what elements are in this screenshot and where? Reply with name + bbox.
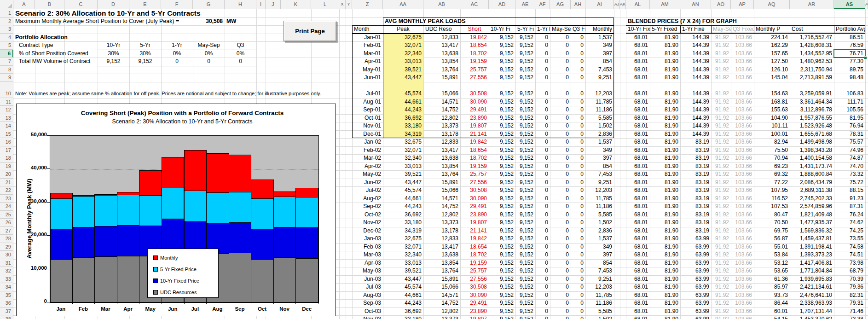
blended-table-cell[interactable]: 83.19 [680, 138, 711, 146]
peak-table-cell[interactable]: 0 [535, 211, 550, 219]
blended-table-cell[interactable]: 81.90 [650, 122, 680, 130]
peak-table-cell[interactable]: 0 [571, 283, 585, 291]
peak-table-cell[interactable]: Nov-01 [352, 122, 383, 130]
pct-covered[interactable]: 30% [98, 50, 129, 58]
blended-table-cell[interactable]: 81.90 [650, 227, 680, 235]
peak-table-cell[interactable]: 44,243 [383, 106, 423, 114]
peak-table-cell[interactable]: 0 [550, 90, 571, 98]
peak-table-cell[interactable]: 9,152 [515, 114, 535, 122]
peak-table-cell[interactable]: 5,585 [585, 307, 614, 316]
peak-table-cell[interactable]: 0 [550, 34, 571, 42]
peak-table-cell[interactable]: 9,152 [515, 66, 535, 74]
blended-table-cell[interactable]: 68.01 [626, 34, 650, 42]
peak-table-cell[interactable]: 14,571 [423, 195, 460, 203]
peak-table-cell[interactable]: 13,764 [423, 267, 460, 275]
blended-table-cell[interactable]: 3,112,896.78 [790, 106, 834, 114]
blended-table-cell[interactable]: 83.19 [680, 211, 711, 219]
peak-table-cell[interactable]: 0 [571, 90, 585, 98]
peak-table-cell[interactable]: May-03 [352, 267, 383, 275]
blended-table-cell[interactable]: 1,398,343.28 [790, 146, 834, 155]
peak-table-cell[interactable]: 9,152 [489, 235, 515, 243]
row-header-7[interactable]: 7 [0, 58, 13, 66]
peak-table-cell[interactable]: 2,836 [585, 227, 614, 235]
pct-covered[interactable]: 0% [225, 50, 256, 58]
blended-table-cell[interactable]: 56.87 [754, 235, 790, 243]
peak-table-cell[interactable]: Feb-01 [352, 41, 383, 50]
peak-table-cell[interactable]: 9,152 [515, 211, 535, 219]
blended-table-cell[interactable]: 1,393,373.23 [790, 251, 834, 259]
peak-table-cell[interactable]: 0 [535, 122, 550, 130]
peak-table-cell[interactable]: 9,251 [585, 179, 614, 187]
blended-table-cell[interactable]: 91.92 [711, 114, 731, 122]
column-header-AR[interactable]: AR [790, 0, 834, 9]
blended-table-cell[interactable]: 155.63 [754, 106, 790, 114]
blended-table-cell[interactable]: 68.01 [626, 203, 650, 211]
peak-table-cell[interactable]: 0 [535, 114, 550, 122]
blended-table-cell[interactable]: 103.66 [731, 66, 754, 74]
peak-table-cell[interactable]: 1,537 [585, 138, 614, 146]
blended-table-cell[interactable]: 81.90 [650, 114, 680, 122]
blended-table-cell[interactable]: 91.92 [711, 154, 731, 162]
peak-table-cell[interactable]: 0 [535, 291, 550, 300]
blended-table-cell[interactable]: 103.66 [731, 299, 754, 307]
peak-table-cell[interactable]: 19,159 [460, 58, 489, 66]
blended-table-cell[interactable]: 103.66 [731, 41, 754, 50]
blended-table-cell[interactable]: 103.66 [731, 235, 754, 243]
blended-table-cell[interactable]: 3,361,464.34 [790, 98, 834, 106]
blended-table-cell[interactable]: 63.99 [680, 299, 711, 307]
peak-table-cell[interactable]: 0 [535, 162, 550, 171]
peak-table-cell[interactable]: 0 [550, 186, 571, 195]
blended-table-cell[interactable]: 91.92 [711, 307, 731, 316]
blended-table-cell[interactable]: 81.90 [650, 130, 680, 139]
peak-table-cell[interactable]: 19,159 [460, 259, 489, 267]
peak-table-cell[interactable]: 349 [585, 41, 614, 50]
peak-table-cell[interactable]: 9,152 [515, 34, 535, 42]
peak-table-cell[interactable]: 9,152 [515, 307, 535, 316]
blended-table-cell[interactable]: 91.92 [711, 179, 731, 187]
peak-table-cell[interactable]: 32,340 [383, 251, 423, 259]
blended-table-cell[interactable]: 91.92 [711, 267, 731, 275]
blended-table-cell[interactable]: 1,459,437.81 [790, 235, 834, 243]
peak-table-cell[interactable]: 43,447 [383, 275, 423, 284]
peak-table-cell[interactable]: 33,180 [383, 122, 423, 130]
peak-table-cell[interactable]: 13,638 [423, 251, 460, 259]
blended-table-cell[interactable]: 107.95 [754, 186, 790, 195]
blended-table-cell[interactable]: 81.90 [650, 186, 680, 195]
blended-table-cell[interactable]: 103.66 [731, 98, 754, 106]
peak-table-cell[interactable]: Aug-03 [352, 291, 383, 300]
peak-table-cell[interactable]: 0 [571, 259, 585, 267]
blended-table-cell[interactable]: 103.66 [731, 106, 754, 114]
blended-table-cell[interactable]: 68.01 [626, 106, 650, 114]
blended-table-cell[interactable]: 127.50 [754, 58, 790, 66]
blended-table-cell[interactable]: 68.01 [626, 114, 650, 122]
peak-table-cell[interactable]: 32,071 [383, 146, 423, 155]
peak-table-cell[interactable]: 15,891 [423, 179, 460, 187]
blended-table-cell[interactable]: 75.72 [834, 179, 865, 187]
row-header-22[interactable]: 22 [0, 186, 13, 195]
peak-table-cell[interactable]: 29,491 [460, 203, 489, 211]
peak-table-header[interactable]: UDC Reso [423, 25, 460, 34]
print-page-button[interactable]: Print Page [284, 21, 336, 41]
peak-table-cell[interactable]: 9,152 [515, 50, 535, 58]
blended-table-cell[interactable]: 73.98 [834, 259, 865, 267]
blended-table-cell[interactable]: 91.92 [711, 98, 731, 106]
blended-table-cell[interactable]: 1,499,498.98 [790, 138, 834, 146]
peak-table-cell[interactable]: 9,152 [489, 251, 515, 259]
blended-table-cell[interactable]: 87.31 [834, 203, 865, 211]
row-header-32[interactable]: 32 [0, 267, 13, 275]
blended-table-cell[interactable]: 74.96 [834, 146, 865, 155]
peak-table-cell[interactable]: 0 [550, 283, 571, 291]
blended-table-cell[interactable]: 81.90 [650, 275, 680, 284]
blended-table-cell[interactable]: 74.58 [834, 243, 865, 251]
peak-table-header[interactable]: Peak [383, 25, 423, 34]
blended-table-cell[interactable]: 63.99 [680, 291, 711, 300]
blended-table-cell[interactable]: 103.66 [731, 114, 754, 122]
blended-table-cell[interactable]: 88.15 [834, 186, 865, 195]
blended-table-cell[interactable]: 81.90 [650, 219, 680, 227]
blended-table-cell[interactable]: 91.92 [711, 146, 731, 155]
peak-table-cell[interactable]: 18,654 [460, 146, 489, 155]
peak-table-cell[interactable]: 0 [535, 235, 550, 243]
blended-table-cell[interactable]: 81.90 [650, 138, 680, 146]
column-header-AJ[interactable]: AJ [614, 0, 620, 9]
peak-table-cell[interactable]: 9,152 [515, 243, 535, 251]
